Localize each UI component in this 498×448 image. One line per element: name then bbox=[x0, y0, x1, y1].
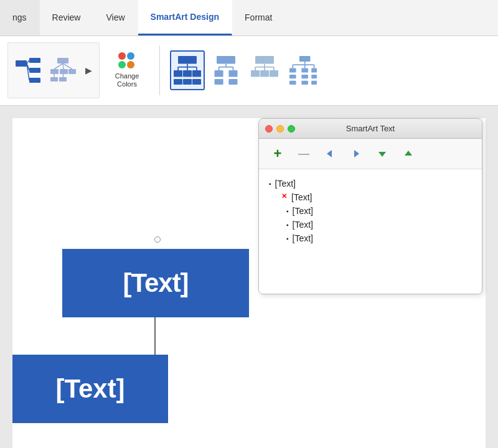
move-down-button[interactable] bbox=[374, 145, 391, 162]
svg-rect-8 bbox=[50, 69, 59, 74]
tab-format[interactable]: Format bbox=[232, 0, 285, 35]
svg-marker-63 bbox=[327, 150, 332, 157]
large-layout-icon-1 bbox=[174, 53, 201, 88]
bullet-1: ▪ bbox=[269, 180, 271, 187]
svg-rect-9 bbox=[60, 69, 68, 74]
arrow-right-icon bbox=[350, 148, 362, 159]
canvas-area: [Text] [Text] SmartArt Text + — bbox=[0, 106, 498, 448]
svg-rect-57 bbox=[289, 75, 296, 78]
svg-rect-35 bbox=[215, 70, 223, 77]
large-layout-icon-2 bbox=[212, 53, 240, 88]
svg-rect-7 bbox=[57, 58, 68, 63]
svg-rect-2 bbox=[29, 68, 40, 73]
svg-rect-58 bbox=[289, 81, 296, 85]
main-text-box[interactable]: [Text] bbox=[62, 249, 249, 317]
small-layout-gallery: ▶ bbox=[7, 42, 100, 98]
tab-view[interactable]: View bbox=[93, 0, 138, 35]
svg-rect-14 bbox=[50, 77, 58, 82]
large-layout-icon-4 bbox=[289, 53, 317, 88]
list-item[interactable]: ▪ [Text] bbox=[269, 204, 472, 218]
svg-rect-39 bbox=[255, 56, 274, 63]
svg-rect-60 bbox=[301, 81, 308, 85]
svg-rect-3 bbox=[29, 78, 40, 83]
svg-rect-1 bbox=[29, 58, 40, 63]
large-layout-thumb-4[interactable] bbox=[286, 50, 321, 90]
ribbon-content: ▶ Change Colors bbox=[0, 36, 498, 105]
svg-line-17 bbox=[63, 74, 63, 77]
indent-left-button[interactable] bbox=[321, 145, 339, 162]
smartart-text-panel: SmartArt Text + — bbox=[258, 118, 482, 294]
move-up-button[interactable] bbox=[400, 145, 417, 162]
ribbon-divider bbox=[159, 45, 160, 95]
red-x-indicator: ✕ bbox=[281, 192, 287, 200]
color-dots-grid bbox=[118, 52, 136, 70]
dot-red bbox=[118, 52, 126, 60]
tab-ngs[interactable]: ngs bbox=[0, 0, 40, 35]
layout-thumb-1[interactable] bbox=[12, 49, 44, 91]
tab-smartart-design[interactable]: SmartArt Design bbox=[138, 0, 232, 35]
large-layout-thumb-2[interactable] bbox=[209, 50, 243, 90]
panel-title: SmartArt Text bbox=[346, 124, 395, 133]
svg-rect-25 bbox=[183, 70, 192, 77]
tab-review[interactable]: Review bbox=[40, 0, 94, 35]
ribbon: ngs Review View SmartArt Design Format bbox=[0, 0, 498, 106]
window-maximize-button[interactable] bbox=[288, 125, 295, 133]
dot-orange bbox=[127, 61, 134, 68]
bottom-text-box[interactable]: [Text] bbox=[12, 355, 168, 423]
window-minimize-button[interactable] bbox=[276, 125, 284, 133]
indent-right-button[interactable] bbox=[347, 145, 365, 162]
bullet-4: ▪ bbox=[286, 222, 289, 228]
arrow-left-icon bbox=[324, 148, 336, 159]
svg-rect-10 bbox=[68, 69, 76, 74]
svg-rect-61 bbox=[311, 75, 317, 78]
svg-rect-24 bbox=[174, 70, 182, 77]
svg-line-11 bbox=[54, 63, 63, 69]
svg-rect-30 bbox=[217, 56, 235, 63]
connector-line bbox=[154, 317, 156, 355]
svg-rect-47 bbox=[270, 70, 278, 77]
svg-rect-29 bbox=[192, 79, 201, 85]
large-layout-thumb-1[interactable] bbox=[170, 50, 205, 90]
list-item[interactable]: ▪ [Text] bbox=[269, 231, 472, 245]
large-layout-thumb-3[interactable] bbox=[247, 50, 282, 90]
panel-titlebar: SmartArt Text bbox=[259, 119, 482, 139]
bullet-5: ▪ bbox=[286, 235, 289, 242]
layout-icon-1 bbox=[14, 57, 42, 84]
arrow-up-icon bbox=[403, 148, 414, 159]
svg-marker-65 bbox=[378, 152, 386, 157]
bullet-3: ▪ bbox=[286, 208, 289, 215]
svg-rect-28 bbox=[183, 79, 192, 85]
svg-rect-56 bbox=[311, 68, 317, 73]
change-colors-label: Change Colors bbox=[115, 72, 139, 88]
more-layouts-arrow[interactable]: ▶ bbox=[82, 49, 95, 91]
list-item[interactable]: ▪ [Text] bbox=[269, 177, 472, 190]
list-item[interactable]: ▪ [Text] bbox=[269, 218, 472, 231]
add-item-button[interactable]: + bbox=[269, 145, 286, 162]
remove-item-button[interactable]: — bbox=[295, 145, 312, 162]
svg-line-13 bbox=[63, 63, 72, 69]
svg-line-4 bbox=[27, 60, 29, 63]
window-close-button[interactable] bbox=[265, 125, 273, 133]
svg-marker-66 bbox=[405, 151, 412, 156]
svg-rect-55 bbox=[301, 68, 308, 73]
svg-rect-62 bbox=[311, 81, 317, 85]
svg-rect-15 bbox=[59, 77, 67, 82]
list-item[interactable]: ✕ [Text] bbox=[269, 190, 472, 204]
change-colors-button[interactable]: Change Colors bbox=[105, 45, 149, 95]
layout-icon-2 bbox=[49, 57, 77, 84]
selection-handle[interactable] bbox=[154, 236, 161, 243]
svg-rect-18 bbox=[178, 56, 197, 63]
svg-marker-64 bbox=[354, 150, 359, 157]
large-layout-gallery bbox=[170, 50, 321, 90]
panel-content: ▪ [Text] ✕ [Text] ▪ [Text] ▪ [Text] ▪ [T bbox=[259, 169, 482, 294]
ribbon-tab-bar: ngs Review View SmartArt Design Format bbox=[0, 0, 498, 36]
layout-thumb-2[interactable] bbox=[47, 49, 79, 91]
large-layout-icon-3 bbox=[251, 53, 278, 88]
svg-rect-48 bbox=[299, 56, 311, 62]
svg-rect-26 bbox=[192, 70, 201, 77]
svg-rect-45 bbox=[251, 70, 260, 77]
window-controls bbox=[265, 125, 295, 133]
arrow-down-icon bbox=[377, 148, 388, 159]
svg-rect-46 bbox=[260, 70, 269, 77]
panel-toolbar: + — bbox=[259, 139, 482, 169]
